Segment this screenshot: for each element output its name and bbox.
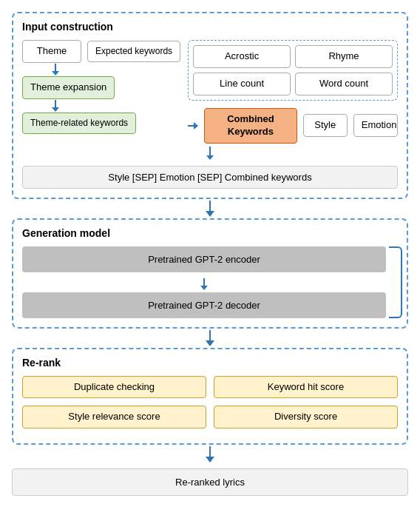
theme-expansion-box: Theme expansion <box>22 76 115 99</box>
arrow-gen-to-rerank <box>206 330 214 346</box>
arrow-theme-to-expansion <box>52 64 59 75</box>
combined-keywords-box: Combined Keywords <box>204 108 297 144</box>
expected-keywords-box: Expected keywords <box>87 41 180 63</box>
arrow-input-to-gen <box>206 201 214 217</box>
keyword-hit-score-box: Keyword hit score <box>214 376 398 399</box>
arrow-to-sep <box>206 147 214 160</box>
emotion-box: Emotion <box>353 114 398 137</box>
input-construction-label: Input construction <box>22 21 398 33</box>
diversity-score-box: Diversity score <box>214 406 398 428</box>
rerank-label: Re-rank <box>22 357 398 369</box>
decoder-box: Pretrained GPT-2 decoder <box>22 292 386 318</box>
theme-related-keywords-box: Theme-related keywords <box>22 112 136 135</box>
line-count-box: Line count <box>193 73 291 95</box>
acrostic-box: Acrostic <box>193 45 291 68</box>
duplicate-checking-box: Duplicate checking <box>22 376 206 399</box>
rerank-section: Re-rank Duplicate checking Keyword hit s… <box>12 348 408 446</box>
output-box: Re-ranked lyrics <box>12 468 408 496</box>
arrow-rerank-to-output <box>206 446 214 463</box>
sep-text-box: Style [SEP] Emotion [SEP] Combined keywo… <box>22 166 398 189</box>
constraints-dashed-box: Acrostic Rhyme Line count Word count <box>188 40 398 101</box>
input-construction-section: Input construction Theme Expected keywor… <box>12 12 408 199</box>
feedback-bracket <box>389 246 402 318</box>
arrow-related-to-combined <box>188 122 198 130</box>
arrow-expansion-to-related <box>52 100 59 112</box>
gen-model-inner: Pretrained GPT-2 encoder Pretrained GPT-… <box>22 246 386 318</box>
word-count-box: Word count <box>295 73 393 95</box>
generation-model-section: Generation model Pretrained GPT-2 encode… <box>12 218 408 329</box>
theme-box: Theme <box>22 40 81 63</box>
rerank-grid: Duplicate checking Keyword hit score Sty… <box>22 376 398 429</box>
rhyme-box: Rhyme <box>295 45 393 68</box>
generation-model-label: Generation model <box>22 227 386 239</box>
style-box: Style <box>303 114 348 137</box>
style-relevance-score-box: Style relevance score <box>22 406 206 428</box>
arrow-encoder-to-decoder <box>200 278 208 290</box>
encoder-box: Pretrained GPT-2 encoder <box>22 246 386 272</box>
diagram: Input construction Theme Expected keywor… <box>12 12 408 496</box>
